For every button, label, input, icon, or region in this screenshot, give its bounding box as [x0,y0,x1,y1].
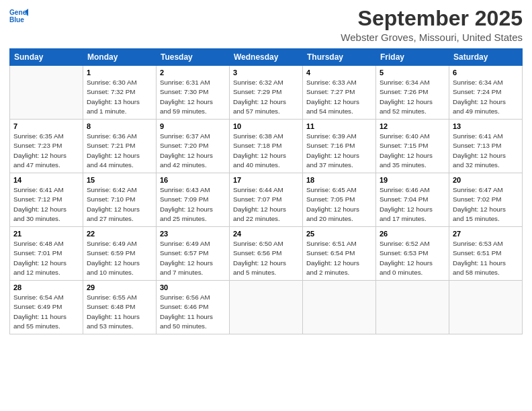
cell-content: Sunrise: 6:49 AMSunset: 6:57 PMDaylight:… [160,239,226,277]
cell-content: Sunrise: 6:47 AMSunset: 7:02 PMDaylight:… [453,185,519,224]
cell-content: Sunrise: 6:30 AMSunset: 7:32 PMDaylight:… [87,78,152,116]
cell-content: Sunrise: 6:41 AMSunset: 7:12 PMDaylight:… [13,185,79,224]
day-number: 28 [13,283,79,291]
col-thursday: Thursday [303,49,376,66]
cell-content: Sunrise: 6:48 AMSunset: 7:01 PMDaylight:… [13,239,79,277]
day-number: 1 [87,68,152,77]
calendar-cell: 7Sunrise: 6:35 AMSunset: 7:23 PMDaylight… [10,120,83,173]
day-number: 5 [380,68,445,77]
calendar-cell: 29Sunrise: 6:55 AMSunset: 6:48 PMDayligh… [83,281,157,334]
calendar-cell [10,66,83,120]
cell-content: Sunrise: 6:55 AMSunset: 6:48 PMDaylight:… [87,293,152,331]
calendar-cell: 18Sunrise: 6:45 AMSunset: 7:05 PMDayligh… [303,173,376,227]
calendar: Sunday Monday Tuesday Wednesday Thursday… [9,48,523,334]
header: General Blue September 2025 Webster Grov… [9,7,523,43]
cell-content: Sunrise: 6:56 AMSunset: 6:46 PMDaylight:… [160,293,226,331]
svg-text:Blue: Blue [9,16,24,24]
col-friday: Friday [376,49,449,66]
day-number: 23 [160,230,226,238]
day-number: 19 [380,176,445,184]
cell-content: Sunrise: 6:31 AMSunset: 7:30 PMDaylight:… [160,78,226,116]
day-number: 8 [87,122,152,130]
calendar-cell: 15Sunrise: 6:42 AMSunset: 7:10 PMDayligh… [83,173,157,227]
cell-content: Sunrise: 6:32 AMSunset: 7:29 PMDaylight:… [233,78,299,116]
day-number: 6 [453,68,519,77]
calendar-cell: 19Sunrise: 6:46 AMSunset: 7:04 PMDayligh… [376,173,449,227]
day-number: 24 [233,230,299,238]
cell-content: Sunrise: 6:34 AMSunset: 7:24 PMDaylight:… [453,78,519,116]
day-number: 11 [306,122,372,130]
col-monday: Monday [83,49,157,66]
calendar-cell: 2Sunrise: 6:31 AMSunset: 7:30 PMDaylight… [157,66,230,120]
location-title: Webster Groves, Missouri, United States [341,32,523,43]
day-number: 21 [13,230,79,238]
calendar-cell: 14Sunrise: 6:41 AMSunset: 7:12 PMDayligh… [10,173,83,227]
calendar-cell: 27Sunrise: 6:53 AMSunset: 6:51 PMDayligh… [449,227,523,281]
cell-content: Sunrise: 6:34 AMSunset: 7:26 PMDaylight:… [380,78,445,116]
calendar-cell [449,281,523,334]
day-number: 15 [87,176,152,184]
cell-content: Sunrise: 6:51 AMSunset: 6:54 PMDaylight:… [306,239,372,277]
cell-content: Sunrise: 6:39 AMSunset: 7:16 PMDaylight:… [306,132,372,170]
col-wednesday: Wednesday [230,49,303,66]
cell-content: Sunrise: 6:43 AMSunset: 7:09 PMDaylight:… [160,185,226,224]
calendar-cell: 26Sunrise: 6:52 AMSunset: 6:53 PMDayligh… [376,227,449,281]
calendar-cell: 3Sunrise: 6:32 AMSunset: 7:29 PMDaylight… [230,66,303,120]
week-row-5: 28Sunrise: 6:54 AMSunset: 6:49 PMDayligh… [10,281,523,334]
day-number: 14 [13,176,79,184]
calendar-cell: 13Sunrise: 6:41 AMSunset: 7:13 PMDayligh… [449,120,523,173]
calendar-cell: 4Sunrise: 6:33 AMSunset: 7:27 PMDaylight… [303,66,376,120]
cell-content: Sunrise: 6:53 AMSunset: 6:51 PMDaylight:… [453,239,519,277]
calendar-cell: 12Sunrise: 6:40 AMSunset: 7:15 PMDayligh… [376,120,449,173]
calendar-cell [376,281,449,334]
cell-content: Sunrise: 6:40 AMSunset: 7:15 PMDaylight:… [380,132,445,170]
calendar-cell: 17Sunrise: 6:44 AMSunset: 7:07 PMDayligh… [230,173,303,227]
cell-content: Sunrise: 6:50 AMSunset: 6:56 PMDaylight:… [233,239,299,277]
day-number: 22 [87,230,152,238]
week-row-2: 7Sunrise: 6:35 AMSunset: 7:23 PMDaylight… [10,120,523,173]
day-number: 25 [306,230,372,238]
calendar-cell: 25Sunrise: 6:51 AMSunset: 6:54 PMDayligh… [303,227,376,281]
day-number: 27 [453,230,519,238]
calendar-cell: 21Sunrise: 6:48 AMSunset: 7:01 PMDayligh… [10,227,83,281]
cell-content: Sunrise: 6:37 AMSunset: 7:20 PMDaylight:… [160,132,226,170]
day-number: 30 [160,283,226,291]
calendar-cell: 30Sunrise: 6:56 AMSunset: 6:46 PMDayligh… [157,281,230,334]
cell-content: Sunrise: 6:42 AMSunset: 7:10 PMDaylight:… [87,185,152,224]
day-number: 7 [13,122,79,130]
calendar-cell: 16Sunrise: 6:43 AMSunset: 7:09 PMDayligh… [157,173,230,227]
calendar-cell: 11Sunrise: 6:39 AMSunset: 7:16 PMDayligh… [303,120,376,173]
week-row-4: 21Sunrise: 6:48 AMSunset: 7:01 PMDayligh… [10,227,523,281]
day-number: 3 [233,68,299,77]
calendar-cell: 5Sunrise: 6:34 AMSunset: 7:26 PMDaylight… [376,66,449,120]
page: General Blue September 2025 Webster Grov… [0,0,532,411]
calendar-header-row: Sunday Monday Tuesday Wednesday Thursday… [10,49,523,66]
week-row-3: 14Sunrise: 6:41 AMSunset: 7:12 PMDayligh… [10,173,523,227]
cell-content: Sunrise: 6:46 AMSunset: 7:04 PMDaylight:… [380,185,445,224]
calendar-cell: 6Sunrise: 6:34 AMSunset: 7:24 PMDaylight… [449,66,523,120]
calendar-cell: 22Sunrise: 6:49 AMSunset: 6:59 PMDayligh… [83,227,157,281]
title-block: September 2025 Webster Groves, Missouri,… [341,7,523,43]
cell-content: Sunrise: 6:36 AMSunset: 7:21 PMDaylight:… [87,132,152,170]
week-row-1: 1Sunrise: 6:30 AMSunset: 7:32 PMDaylight… [10,66,523,120]
col-sunday: Sunday [10,49,83,66]
logo: General Blue [9,7,28,26]
calendar-cell: 9Sunrise: 6:37 AMSunset: 7:20 PMDaylight… [157,120,230,173]
cell-content: Sunrise: 6:35 AMSunset: 7:23 PMDaylight:… [13,132,79,170]
month-title: September 2025 [341,7,523,30]
cell-content: Sunrise: 6:54 AMSunset: 6:49 PMDaylight:… [13,293,79,331]
day-number: 13 [453,122,519,130]
day-number: 16 [160,176,226,184]
calendar-cell [303,281,376,334]
day-number: 12 [380,122,445,130]
col-tuesday: Tuesday [157,49,230,66]
calendar-cell [230,281,303,334]
calendar-cell: 10Sunrise: 6:38 AMSunset: 7:18 PMDayligh… [230,120,303,173]
col-saturday: Saturday [449,49,523,66]
cell-content: Sunrise: 6:41 AMSunset: 7:13 PMDaylight:… [453,132,519,170]
day-number: 10 [233,122,299,130]
day-number: 18 [306,176,372,184]
calendar-cell: 23Sunrise: 6:49 AMSunset: 6:57 PMDayligh… [157,227,230,281]
calendar-cell: 20Sunrise: 6:47 AMSunset: 7:02 PMDayligh… [449,173,523,227]
cell-content: Sunrise: 6:49 AMSunset: 6:59 PMDaylight:… [87,239,152,277]
